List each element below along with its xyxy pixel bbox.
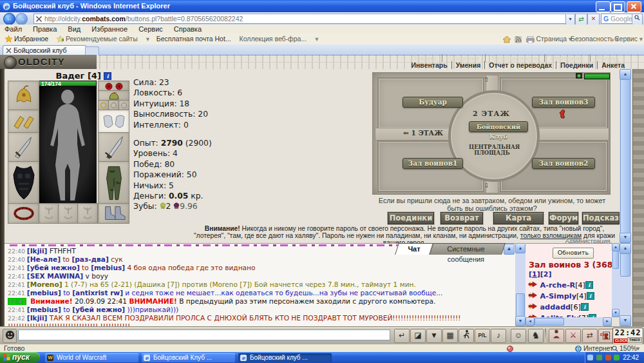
tray-hide-icon[interactable] (587, 355, 593, 360)
screen-button[interactable]: ▦ (442, 329, 458, 343)
close-button[interactable] (627, 1, 641, 12)
slot-sword[interactable] (98, 132, 129, 162)
nav-inventory[interactable]: Инвентарь (407, 61, 451, 69)
exit-button[interactable]: EXIT (598, 329, 614, 343)
slot-bracers[interactable] (8, 110, 39, 133)
command-safety[interactable]: Безопасность (571, 34, 614, 44)
favorites-button[interactable]: Избранное (14, 35, 48, 43)
task-fight-club-1[interactable]: e Бойцовский Клуб ... (142, 353, 235, 362)
minimize-button[interactable] (596, 1, 611, 12)
menu-edit[interactable]: Правка (33, 25, 57, 33)
floor1-exit[interactable]: ⇐ 1 ЭТАЖ (403, 129, 443, 137)
task-wow[interactable]: W World of Warcraft (45, 353, 138, 362)
main-frame-scrollbar[interactable]: ▲ ▼ (620, 69, 631, 243)
chat-scrollbar[interactable]: ▲ ▼ (515, 243, 526, 326)
chat-target[interactable]: [убей нежно] (72, 306, 125, 313)
chat-collapse-button[interactable]: ▲ (504, 244, 515, 255)
private-log-button[interactable]: P/L (475, 329, 490, 343)
forum-button[interactable]: Форум (549, 212, 578, 224)
emotions-button[interactable]: ☺ (511, 329, 526, 343)
roster-scrollbar-horizontal[interactable]: ◄ ► (526, 317, 612, 326)
roster-hscroll-thumb[interactable] (535, 318, 564, 326)
plaque-hall2[interactable]: Зал воинов2 (532, 158, 595, 169)
back-button[interactable]: ← (3, 13, 15, 25)
player-info-icon[interactable]: i (587, 292, 594, 300)
command-tools[interactable]: Сервис (614, 34, 638, 44)
forward-button[interactable]: → (15, 13, 28, 25)
search-button[interactable] (632, 14, 643, 25)
chat-author[interactable]: [Moreno] (27, 280, 62, 288)
roster-scroll-thumb[interactable] (612, 251, 619, 269)
ignore-button[interactable] (459, 329, 474, 343)
player-info-icon[interactable]: i (585, 281, 593, 289)
page-link-1[interactable]: [1] (529, 270, 540, 279)
favorite-item-hotmail[interactable]: Бесплатная почта Hot... (156, 35, 231, 43)
slot-empty-1[interactable] (39, 203, 59, 224)
attack-icon[interactable] (528, 292, 538, 299)
favorite-item-recommended[interactable]: Рекомендуемые сайты (66, 35, 138, 43)
menu-file[interactable]: Файл (5, 25, 22, 33)
address-input[interactable]: http://oldcity.combats.com/buttons.pl?ba… (33, 14, 576, 24)
character-info-icon[interactable]: i (104, 72, 111, 80)
chat-author[interactable]: [Ikjii] (27, 314, 48, 322)
tab-fight-club[interactable]: Бойцовский клуб (3, 45, 86, 55)
roster-scrollbar-vertical[interactable]: ▲ ▼ (612, 243, 620, 317)
chat-author[interactable]: [убей нежно] (27, 264, 80, 271)
chat-author[interactable]: [Ikjii] (27, 247, 48, 255)
smiles-button[interactable] (3, 329, 17, 343)
tip-button[interactable]: Подсказка (582, 212, 620, 224)
knight-button[interactable]: ♞ (528, 329, 544, 343)
nav-fights[interactable]: Поединки (556, 61, 597, 69)
refresh-button[interactable]: ⇄ (575, 14, 587, 25)
roster-frame-thumb[interactable] (620, 253, 630, 277)
sound-button[interactable]: ♪ (491, 329, 506, 343)
nav-skills[interactable]: Умения (451, 61, 485, 69)
plaque-hall3[interactable]: Зал воинов3 (532, 97, 595, 108)
send-button[interactable]: ↵ (394, 329, 410, 343)
slot-gloves[interactable] (98, 110, 129, 133)
chat-scroll-thumb[interactable] (516, 293, 525, 317)
character-button[interactable] (549, 329, 564, 343)
slot-empty-3[interactable] (77, 203, 98, 224)
page-right-scrollbar[interactable] (632, 69, 644, 326)
chat-author[interactable]: [mebius] (27, 289, 61, 297)
tray-app-icon[interactable] (605, 355, 611, 360)
tab-system-messages[interactable]: Системные сообщения (430, 243, 506, 255)
chat-target[interactable]: [antixrist rw] (72, 289, 123, 297)
start-button[interactable]: пуск (0, 352, 40, 363)
slot-pants[interactable] (98, 161, 129, 204)
player-name[interactable]: addadd (540, 303, 571, 311)
menu-help[interactable]: Справка (174, 25, 202, 33)
page-link-2[interactable]: [2] (540, 270, 552, 279)
slot-armor[interactable] (8, 161, 39, 204)
chat-author[interactable]: [mebius] (27, 306, 61, 313)
return-button[interactable]: Возврат (440, 212, 483, 224)
chat-author[interactable]: [SEX MAWINA] (27, 272, 83, 280)
tray-antivirus-icon[interactable] (614, 355, 620, 360)
slot-helmet[interactable] (8, 81, 39, 111)
player-info-icon[interactable]: i (581, 303, 589, 311)
stop-button[interactable]: ✕ (587, 14, 600, 25)
new-tab-stub[interactable] (85, 46, 99, 55)
plaque-hall1[interactable]: Зал воинов1 (402, 158, 463, 169)
trade-button[interactable]: ⇄ (582, 329, 598, 343)
maximize-button[interactable] (611, 1, 625, 12)
attack-icon[interactable] (528, 303, 538, 309)
slot-boots[interactable] (98, 203, 129, 224)
refresh-roster-button[interactable]: Обновить (553, 248, 594, 259)
chat-author[interactable]: [Не-але] (27, 255, 61, 263)
menu-tools[interactable]: Сервис (138, 25, 163, 33)
nav-profile[interactable]: Анкета (597, 61, 629, 69)
task-fight-club-2[interactable]: e Бойцовский клуб ... (238, 353, 332, 362)
favorite-item-webslices[interactable]: Коллекция веб-фра... (240, 35, 307, 43)
menu-favorites[interactable]: Избранное (91, 25, 128, 33)
club-map-button[interactable]: Карта клуба (493, 212, 544, 224)
player-name[interactable]: A-rche-R (540, 281, 576, 289)
plaque-boudoir[interactable]: Будуар (402, 97, 463, 108)
chat-input[interactable] (18, 329, 390, 340)
plaque-club[interactable]: Бойцовский Клуб (469, 121, 528, 132)
fight-button[interactable]: ⚔ (565, 329, 581, 343)
main-scroll-thumb[interactable] (620, 79, 630, 233)
tab-chat[interactable]: Чат (395, 243, 433, 255)
attack-icon[interactable] (528, 281, 538, 288)
